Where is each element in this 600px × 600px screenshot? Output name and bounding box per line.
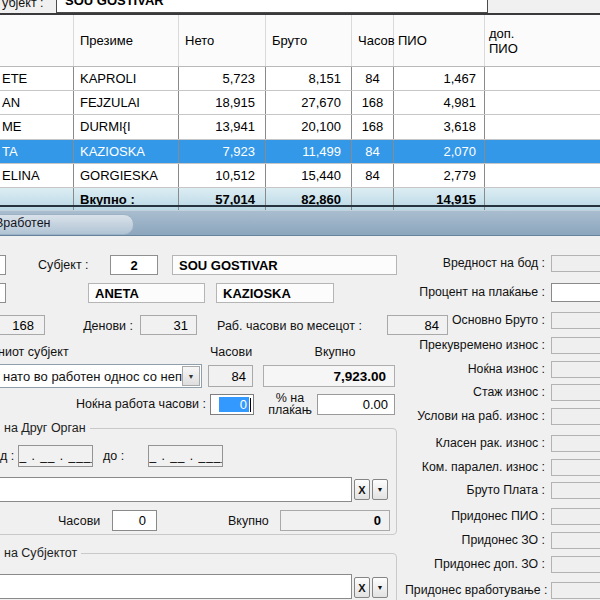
grid-row[interactable]: ELINA GORGIESKA 10,512 15,440 84 2,779 — [0, 164, 600, 188]
class-mgmt-field — [551, 435, 600, 452]
subject-name-field[interactable]: SOU GOSTIVAR — [172, 255, 397, 275]
clear-icon[interactable]: X — [354, 479, 370, 500]
grid-cell-neto: 7,923 — [179, 140, 266, 163]
date-to-input[interactable]: __ . __ . ____ — [148, 445, 223, 467]
panel-header-title: Вработен — [0, 216, 51, 230]
first-name-field[interactable]: ANETA — [88, 283, 205, 303]
other-org-hours-label: Часови — [58, 514, 100, 528]
last-name-field[interactable]: KAZIOSKA — [216, 283, 334, 303]
subject-code-field[interactable]: 2 — [110, 255, 158, 275]
grid-cell-name: AN — [0, 91, 74, 114]
grid-total-neto: 57,014 — [179, 188, 266, 211]
cut-field-left-a — [0, 255, 6, 275]
total-column-label: Вкупно — [305, 345, 365, 359]
grid-header-row: Презиме Нето Бруто Часов ПИО доп. ПИО — [0, 15, 600, 67]
employment-total-field: 7,923.00 — [263, 365, 395, 387]
work-hours-label: Раб. часови во месецот : — [217, 319, 362, 333]
right-row-base-gross: Основно Бруто : — [405, 311, 600, 329]
seniority-amount-field — [551, 384, 600, 401]
right-row-zo-contrib: Придонес ЗО : — [405, 531, 600, 549]
grid-header-neto[interactable]: Нето — [179, 15, 266, 66]
clear-icon[interactable]: X — [354, 577, 370, 598]
grid-cell-neto: 13,941 — [179, 115, 266, 138]
subject-combobox[interactable] — [0, 574, 352, 599]
grid-cell-pio: 2,070 — [394, 140, 485, 163]
right-row-night: Ноќна износ : — [405, 360, 600, 378]
grid-cell-dop-pio — [485, 67, 600, 90]
employee-panel-header[interactable]: Вработен — [0, 210, 600, 236]
grid-row-selected[interactable]: TA KAZIOSKA 7,923 11,499 84 2,070 — [0, 140, 600, 164]
right-row-employment-contrib: Придонес вработување : — [405, 581, 600, 599]
grid-header-surname[interactable]: Презиме — [74, 15, 179, 66]
pio-contrib-field — [551, 508, 600, 525]
right-row-work-conditions: Услови на раб. износ : — [405, 407, 600, 425]
grid-bottom-border — [0, 205, 600, 207]
grid-cell-surname: KAZIOSKA — [74, 140, 179, 163]
right-row-pay-percent: Процент на плаќање : — [405, 283, 600, 301]
grid-cell-neto: 5,723 — [179, 67, 266, 90]
grid-total-bruto: 82,860 — [266, 188, 352, 211]
grid-header-dop-pio[interactable]: доп. ПИО — [485, 15, 600, 66]
employment-hours-field: 84 — [208, 365, 253, 387]
right-row-pio-contrib: Придонес ПИО : — [405, 507, 600, 525]
date-from-input[interactable]: __ . __ . ____ — [18, 445, 93, 467]
work-conditions-field — [551, 408, 600, 425]
night-work-label: Ноќна работа часови : — [68, 397, 206, 411]
other-org-total-field: 0 — [280, 510, 390, 531]
right-row-class-mgmt: Класен рак. износ : — [405, 434, 600, 452]
night-hours-input[interactable]: 0 — [210, 394, 254, 415]
grid-cell-pio: 2,779 — [394, 164, 485, 187]
employment-contrib-field — [551, 582, 600, 599]
grid-row[interactable]: ME DURMI{I 13,941 20,100 168 3,618 — [0, 115, 600, 139]
right-row-overtime: Прекувремено износ : — [405, 336, 600, 354]
value-point-field — [551, 255, 600, 272]
grid-row[interactable]: AN FEJZULAI 18,915 27,670 168 4,981 — [0, 91, 600, 115]
right-row-gross-salary: Бруто Плата : — [405, 481, 600, 499]
dop-zo-contrib-field — [551, 556, 600, 573]
pct-pay-input[interactable]: 0.00 — [317, 394, 395, 415]
grid-header-bruto[interactable]: Бруто — [266, 15, 352, 66]
grid-cell-pio: 3,618 — [394, 115, 485, 138]
grid-cell-hours: 84 — [352, 140, 394, 163]
chevron-down-icon[interactable]: ▼ — [182, 366, 200, 386]
grid-cell-neto: 10,512 — [179, 164, 266, 187]
grid-cell-name: ETE — [0, 67, 74, 90]
other-org-hours-input[interactable]: 0 — [112, 510, 157, 531]
grid-cell-name: ELINA — [0, 164, 74, 187]
grid-total-pio: 14,915 — [394, 188, 485, 211]
employment-type-combobox[interactable]: нато во работен однос со неп ▼ — [0, 364, 202, 388]
grid-cell-hours: 168 — [352, 91, 394, 114]
chevron-down-icon[interactable]: ▼ — [372, 479, 388, 500]
selected-text: 0 — [219, 397, 249, 412]
right-row-value-point: Вредност на бод : — [405, 254, 600, 272]
grid-cell-dop-pio — [485, 91, 600, 114]
other-org-total-label: Вкупно — [228, 514, 269, 528]
zo-contrib-field — [551, 532, 600, 549]
right-row-dop-zo-contrib: Придонес доп. ЗО : — [405, 555, 600, 573]
pct-pay-label: % на плаќањ — [262, 392, 318, 416]
text-caret — [250, 398, 251, 412]
grid-cell-dop-pio — [485, 140, 600, 163]
com-parallel-field — [551, 459, 600, 476]
other-org-combobox[interactable] — [0, 477, 352, 502]
other-org-title: на Друг Орган — [0, 421, 90, 435]
overtime-amount-field — [551, 337, 600, 354]
payroll-window: убјект : SOU GOSTIVAR Презиме Нето Бруто… — [0, 0, 600, 600]
subject-label: Субјект : — [38, 258, 89, 272]
grid-header-pio[interactable]: ПИО — [394, 15, 485, 66]
salary-section-label: ниот субјект — [0, 345, 69, 359]
grid-cell-name: TA — [0, 140, 74, 163]
subject-groupbox-title: на Субјектот — [0, 546, 81, 560]
grid-cell-hours: 84 — [352, 164, 394, 187]
grid-cell-bruto: 8,151 — [266, 67, 352, 90]
subject-strip-field[interactable]: SOU GOSTIVAR — [56, 0, 488, 13]
grid-cell-hours: 84 — [352, 67, 394, 90]
grid-header-name[interactable] — [0, 15, 74, 66]
grid-row[interactable]: ETE KAPROLI 5,723 8,151 84 1,467 — [0, 67, 600, 91]
grid-cell-surname: DURMI{I — [74, 115, 179, 138]
grid-header-hours[interactable]: Часов — [352, 15, 394, 66]
grid-cell-bruto: 27,670 — [266, 91, 352, 114]
chevron-down-icon[interactable]: ▼ — [372, 577, 388, 598]
right-row-seniority: Стаж износ : — [405, 383, 600, 401]
pay-percent-input[interactable] — [551, 283, 600, 302]
